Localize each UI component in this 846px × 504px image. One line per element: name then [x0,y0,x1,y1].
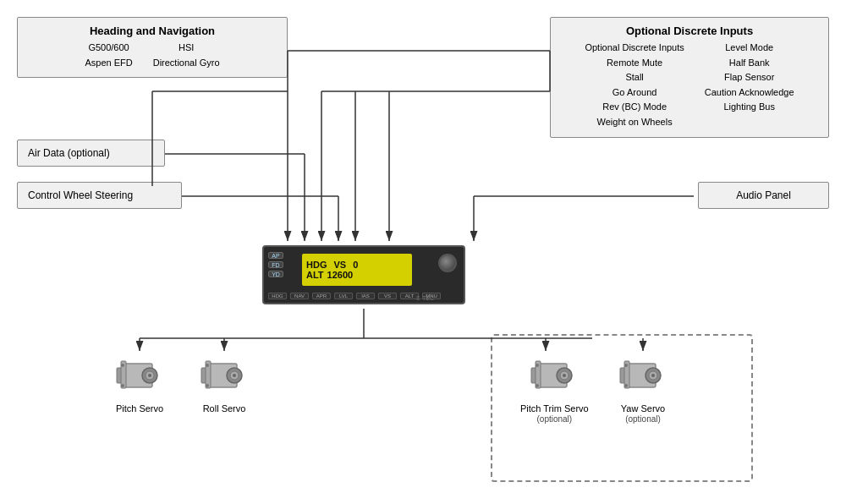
ap-knob [438,254,457,272]
svg-point-21 [563,374,566,377]
heading-nav-title: Heading and Navigation [28,25,277,37]
btn-nav: NAV [290,293,309,299]
ap-brand-label: S-TEC [416,295,434,301]
heading-nav-col2: HSI Directional Gyro [153,41,220,70]
diagram-container: Heading and Navigation G500/600 Aspen EF… [0,0,846,504]
ap-left-buttons: AP FD YD [268,252,283,277]
heading-nav-col1: G500/600 Aspen EFD [85,41,132,70]
svg-point-23 [536,384,539,387]
opt-item-11: Lighting Bus [705,100,794,115]
ap-display-row1: HDG VS 0 [306,260,408,270]
audio-panel-label: Audio Panel [736,189,791,201]
pitch-servo: Pitch Servo [114,351,165,414]
ap-btn-fd: FD [268,261,283,268]
btn-vs: VS [378,293,397,299]
optional-col2: Level Mode Half Bank Flap Sensor Caution… [705,41,794,130]
btn-apr: APR [312,293,331,299]
air-data-label: Air Data (optional) [28,147,110,159]
pitch-trim-servo-label: Pitch Trim Servo (optional) [520,403,589,424]
opt-item-5: Rev (BC) Mode [585,100,684,115]
roll-servo-label: Roll Servo [199,403,250,414]
optional-discrete-box: Optional Discrete Inputs Optional Discre… [550,17,829,138]
opt-item-8: Half Bank [705,56,794,71]
svg-point-15 [206,384,209,387]
ap-display-row2: ALT 12600 [306,270,408,280]
svg-point-29 [651,374,655,377]
heading-nav-item-1: G500/600 [85,41,132,56]
pitch-trim-servo-icon [529,351,580,397]
heading-nav-item-3: HSI [153,41,220,56]
btn-ias: IAS [356,293,375,299]
heading-nav-box: Heading and Navigation G500/600 Aspen EF… [17,17,288,78]
pitch-servo-icon [114,351,165,397]
ap-btn-yd: YD [268,271,283,277]
ap-btn-ap: AP [268,252,283,259]
opt-item-3: Stall [585,70,684,85]
optional-col1: Optional Discrete Inputs Remote Mute Sta… [585,41,684,130]
opt-item-4: Go Around [585,85,684,101]
svg-point-31 [624,384,628,387]
svg-point-14 [206,364,209,367]
heading-nav-item-2: Aspen EFD [85,56,132,71]
yaw-servo-icon [618,351,668,397]
pitch-trim-servo: Pitch Trim Servo (optional) [520,351,589,424]
btn-hdg: HDG [268,293,287,299]
ap-bottom-buttons: HDG NAV APR LVL IAS VS ALT MNU [268,293,441,299]
svg-point-13 [233,374,236,377]
opt-item-2: Remote Mute [585,56,684,71]
roll-servo: Roll Servo [199,351,250,414]
pitch-servo-label: Pitch Servo [114,403,165,414]
optional-discrete-title: Optional Discrete Inputs [561,25,818,37]
audio-panel-box: Audio Panel [698,182,829,209]
svg-point-7 [121,384,124,387]
opt-item-1: Optional Discrete Inputs [585,41,684,56]
opt-item-9: Flap Sensor [705,70,794,85]
air-data-box: Air Data (optional) [17,140,165,167]
ap-display: HDG VS 0 ALT 12600 [302,254,412,286]
opt-item-6: Weight on Wheels [585,115,684,130]
svg-point-5 [148,374,151,377]
yaw-servo-label: Yaw Servo (optional) [618,403,668,424]
opt-item-10: Caution Acknowledge [705,85,794,101]
svg-point-22 [536,364,539,367]
btn-lvl: LVL [334,293,353,299]
yaw-servo: Yaw Servo (optional) [618,351,668,424]
autopilot-unit: AP FD YD HDG VS 0 ALT 12600 HDG NAV APR … [262,245,465,304]
cws-box: Control Wheel Steering [17,182,182,209]
cws-label: Control Wheel Steering [28,189,133,201]
opt-item-7: Level Mode [705,41,794,56]
svg-point-6 [121,364,124,367]
svg-point-30 [624,364,628,367]
roll-servo-icon [199,351,250,397]
heading-nav-item-4: Directional Gyro [153,56,220,71]
